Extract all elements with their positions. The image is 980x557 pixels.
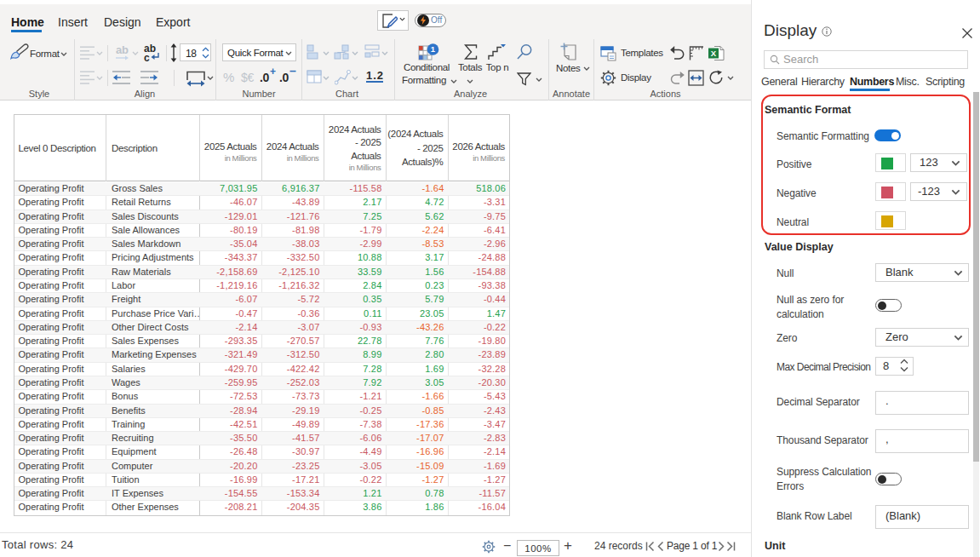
svg-text:1: 1 [431, 44, 436, 54]
svg-text:X: X [711, 49, 717, 58]
